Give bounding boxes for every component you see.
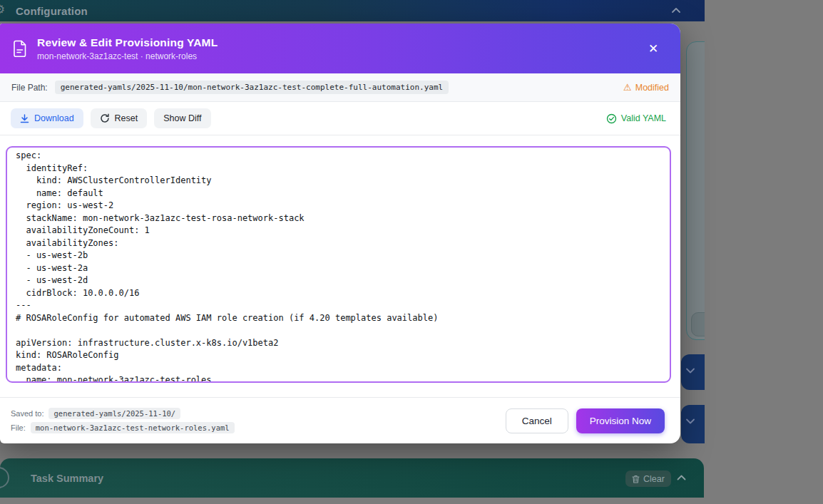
file-path-value: generated-yamls/2025-11-10/mon-network-3… — [55, 81, 449, 94]
refresh-icon — [100, 113, 110, 123]
chevron-down-icon — [685, 418, 696, 425]
chevron-down-icon — [685, 367, 696, 374]
configuration-title: Configuration — [16, 5, 88, 17]
valid-yaml-badge: Valid YAML — [606, 113, 670, 124]
close-icon[interactable]: ✕ — [645, 40, 662, 57]
reset-button[interactable]: Reset — [91, 108, 148, 128]
cancel-button[interactable]: Cancel — [506, 408, 568, 433]
saved-to-path: generated-yamls/2025-11-10/ — [48, 408, 180, 419]
configuration-section-header[interactable]: ⚙ Configuration — [0, 0, 705, 21]
task-summary-title: Task Summary — [31, 473, 103, 484]
background-collapsed-section-1[interactable] — [681, 354, 705, 390]
modified-badge-label: Modified — [635, 83, 669, 93]
background-inner-card — [691, 312, 705, 336]
review-edit-yaml-modal: Review & Edit Provisioning YAML mon-netw… — [0, 24, 680, 443]
file-label: File: — [11, 423, 26, 432]
file-path-row: File Path: generated-yamls/2025-11-10/mo… — [0, 73, 680, 102]
trash-icon — [632, 475, 640, 483]
yaml-editor[interactable]: spec: identityRef: kind: AWSClusterContr… — [6, 146, 671, 383]
background-collapsed-section-2[interactable] — [681, 405, 705, 443]
download-button[interactable]: Download — [11, 108, 83, 128]
clear-button-label: Clear — [643, 474, 665, 484]
file-name: mon-network-3az1azc-test-network-roles.y… — [31, 422, 235, 433]
warning-icon: ⚠ — [623, 83, 632, 92]
check-circle-icon — [606, 113, 617, 124]
reset-button-label: Reset — [115, 113, 138, 123]
download-button-label: Download — [34, 113, 74, 123]
modal-footer: Saved to: generated-yamls/2025-11-10/ Fi… — [0, 397, 680, 443]
background-panel — [686, 41, 705, 340]
show-diff-button[interactable]: Show Diff — [154, 108, 210, 128]
clear-button[interactable]: Clear — [625, 470, 671, 487]
document-icon — [13, 40, 28, 58]
modal-title: Review & Edit Provisioning YAML — [37, 36, 218, 49]
file-path-label: File Path: — [11, 83, 48, 93]
modal-header: Review & Edit Provisioning YAML mon-netw… — [0, 24, 680, 73]
yaml-editor-container: spec: identityRef: kind: AWSClusterContr… — [6, 146, 671, 383]
provision-now-button[interactable]: Provision Now — [576, 408, 665, 433]
download-icon — [20, 114, 29, 123]
modified-badge: ⚠ Modified — [623, 83, 669, 93]
show-diff-button-label: Show Diff — [163, 113, 201, 123]
chevron-up-icon[interactable] — [676, 474, 687, 481]
editor-toolbar: Download Reset Show Diff Valid YAML — [0, 102, 680, 135]
modal-subtitle: mon-network-3az1azc-test · network-roles — [37, 51, 218, 61]
valid-yaml-label: Valid YAML — [621, 113, 666, 123]
task-summary-section-header[interactable]: Task Summary — [0, 458, 704, 498]
saved-to-label: Saved to: — [11, 409, 44, 418]
task-summary-icon — [0, 467, 9, 488]
chevron-up-icon[interactable] — [671, 7, 681, 14]
saved-info: Saved to: generated-yamls/2025-11-10/ Fi… — [11, 408, 235, 433]
gear-icon: ⚙ — [0, 4, 5, 16]
